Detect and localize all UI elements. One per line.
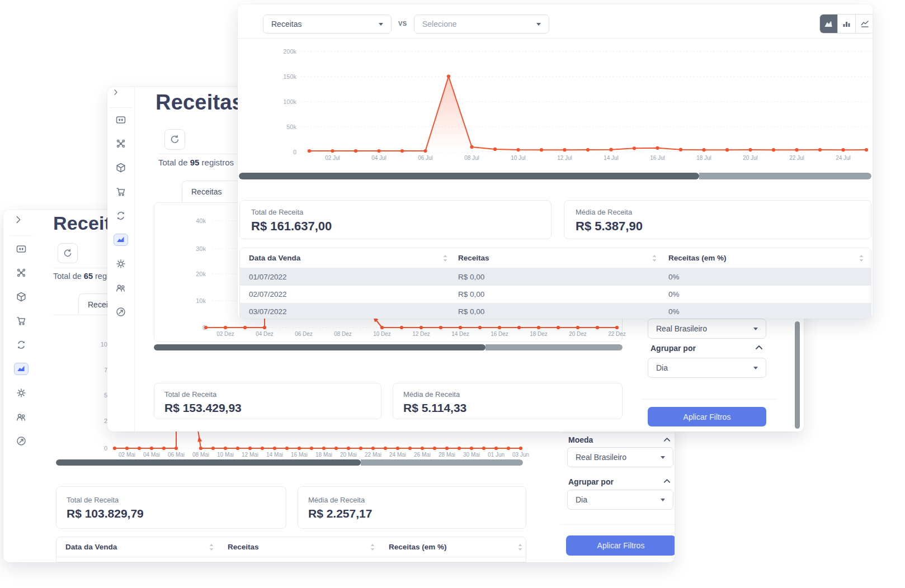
caret-down-icon	[753, 367, 758, 369]
column-header-receitas-pct[interactable]: Receitas (em %)	[668, 254, 727, 262]
card-label: Média de Receita	[308, 496, 516, 504]
svg-text:24 Mai: 24 Mai	[389, 452, 406, 458]
table-row[interactable]: 01/07/2022 R$ 0,00 0%	[240, 268, 871, 286]
currency-select[interactable]: Real Brasileiro	[648, 319, 766, 339]
sidebar-item-nodes[interactable]	[114, 137, 128, 150]
horizontal-scrollbar[interactable]	[56, 459, 523, 466]
svg-text:16 Mai: 16 Mai	[291, 452, 308, 458]
cell-date: 01/07/2022	[249, 273, 287, 281]
column-header-receitas[interactable]: Receitas	[458, 254, 489, 262]
column-header-receitas[interactable]: Receitas	[228, 543, 259, 551]
sidebar-item-analytics[interactable]	[14, 363, 29, 375]
cell-pct: 0%	[668, 307, 680, 316]
sort-icon[interactable]	[442, 255, 448, 262]
area-chart-toggle-button[interactable]	[820, 15, 838, 33]
column-header-receitas-pct[interactable]: Receitas (em %)	[389, 543, 447, 551]
sort-icon[interactable]	[370, 544, 375, 551]
compare-select[interactable]: Selecione	[414, 15, 549, 34]
svg-text:20 Dez: 20 Dez	[569, 331, 587, 337]
metric-select[interactable]: Receitas	[263, 15, 392, 34]
svg-text:18 Mai: 18 Mai	[315, 452, 332, 458]
column-header-date[interactable]: Data da Venda	[65, 543, 117, 551]
group-by-select[interactable]: Dia	[567, 490, 673, 510]
sort-icon[interactable]	[652, 255, 657, 262]
table-row[interactable]: 02/07/2022 R$ 0,00 0%	[240, 286, 871, 303]
sidebar-item-cube[interactable]	[114, 162, 128, 174]
record-count-number: 95	[190, 158, 200, 167]
table-row[interactable]: 03/07/2022 R$ 0,00 0%	[240, 303, 871, 319]
scrollbar-thumb[interactable]	[154, 344, 486, 350]
scrollbar-thumb[interactable]	[56, 459, 361, 466]
cube-icon	[115, 162, 126, 173]
sidebar-item-sync[interactable]	[114, 210, 128, 222]
scrollbar-thumb[interactable]	[239, 173, 699, 179]
refresh-button[interactable]	[58, 243, 78, 263]
svg-text:28 Mai: 28 Mai	[439, 452, 455, 458]
sidebar-item-settings[interactable]	[114, 258, 128, 270]
svg-text:18 Dez: 18 Dez	[530, 331, 548, 337]
sort-icon[interactable]	[517, 544, 523, 551]
svg-text:0: 0	[293, 149, 296, 155]
svg-text:08 Jul: 08 Jul	[464, 155, 479, 161]
sidebar-item-users[interactable]	[14, 411, 29, 423]
dashboard-icon	[16, 243, 27, 254]
svg-text:30 Mai: 30 Mai	[463, 452, 480, 458]
svg-text:14 Dez: 14 Dez	[451, 331, 469, 337]
sync-icon	[16, 339, 27, 350]
record-count-number: 65	[84, 272, 93, 281]
sidebar-nav	[13, 243, 29, 447]
sidebar-item-compass[interactable]	[14, 435, 29, 447]
line-chart-icon	[861, 20, 869, 27]
currency-select[interactable]: Real Brasileiro	[567, 447, 673, 467]
sidebar-item-users[interactable]	[114, 282, 128, 294]
vertical-scrollbar[interactable]	[795, 321, 800, 429]
collapse-section-icon[interactable]	[663, 437, 671, 442]
filter-section-divider	[560, 433, 675, 433]
refresh-button[interactable]	[164, 129, 185, 150]
card-value: R$ 5.387,90	[576, 219, 860, 234]
sidebar-collapse-chevron-icon[interactable]	[112, 88, 120, 96]
sidebar-item-compass[interactable]	[114, 306, 128, 318]
sidebar-item-dashboard[interactable]	[114, 113, 128, 126]
sidebar-item-cart[interactable]	[114, 186, 128, 198]
sort-icon[interactable]	[209, 544, 214, 551]
currency-select-value: Real Brasileiro	[576, 453, 626, 462]
bar-chart-toggle-button[interactable]	[838, 15, 856, 33]
sidebar-item-cube[interactable]	[14, 291, 29, 303]
svg-text:24 Jul: 24 Jul	[836, 155, 851, 161]
sidebar-item-analytics[interactable]	[114, 234, 128, 246]
card-label: Média de Receita	[576, 208, 860, 216]
column-header-date[interactable]: Data da Venda	[249, 254, 300, 262]
scrollbar-track[interactable]	[361, 459, 523, 466]
tab-receitas[interactable]: Receitas	[182, 181, 246, 202]
caret-down-icon	[753, 328, 758, 330]
svg-text:06 Dez: 06 Dez	[295, 331, 313, 337]
collapse-section-icon[interactable]	[755, 345, 763, 350]
sidebar-item-settings[interactable]	[14, 387, 29, 399]
average-revenue-card: Média de Receita R$ 2.257,17	[298, 486, 526, 529]
horizontal-scrollbar[interactable]	[154, 344, 623, 350]
sidebar-item-dashboard[interactable]	[14, 243, 29, 255]
sidebar-right-border	[134, 87, 135, 431]
sidebar-item-sync[interactable]	[14, 339, 29, 351]
apply-filters-button[interactable]: Aplicar Filtros	[648, 407, 766, 426]
group-by-label: Agrupar por	[568, 477, 614, 486]
sort-icon[interactable]	[859, 255, 864, 262]
sidebar-item-nodes[interactable]	[14, 267, 29, 279]
scrollbar-track[interactable]	[699, 173, 871, 179]
svg-text:10 Jul: 10 Jul	[511, 155, 526, 161]
apply-filters-button[interactable]: Aplicar Filtros	[566, 535, 675, 556]
group-by-select-value: Dia	[576, 495, 587, 504]
sidebar-item-cart[interactable]	[14, 315, 29, 327]
group-by-select[interactable]: Dia	[648, 358, 766, 378]
scrollbar-track[interactable]	[486, 344, 623, 350]
svg-text:40k: 40k	[196, 217, 206, 224]
area-chart-icon	[824, 20, 833, 27]
horizontal-scrollbar[interactable]	[239, 173, 871, 179]
collapse-section-icon[interactable]	[663, 478, 671, 483]
record-count-suffix: registros	[199, 158, 234, 167]
svg-text:16 Dez: 16 Dez	[491, 331, 508, 337]
svg-text:14 Mai: 14 Mai	[266, 452, 283, 458]
line-chart-toggle-button[interactable]	[856, 15, 873, 33]
sidebar-collapse-chevron-icon[interactable]	[13, 215, 23, 225]
